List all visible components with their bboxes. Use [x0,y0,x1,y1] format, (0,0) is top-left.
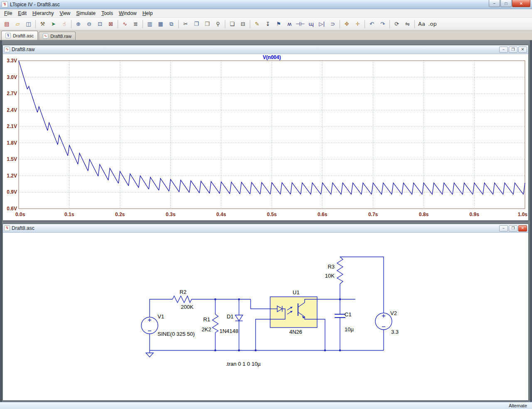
component-V2[interactable] [375,313,392,330]
menu-hierarchy[interactable]: Hierarchy [30,10,57,17]
raw-restore-button[interactable]: ❐ [509,47,517,53]
maximize-button[interactable]: □ [500,0,512,7]
zoom-undo-button[interactable]: ⊠ [106,19,116,29]
label-V2-value[interactable]: 3.3 [391,329,399,335]
rotate-button[interactable]: ⟳ [392,19,402,29]
label-R1-value[interactable]: 2K2 [202,326,211,333]
paste-button[interactable]: ❒ [202,19,212,29]
save-button[interactable]: ◫ [23,19,34,29]
cut-button[interactable]: ✂ [180,19,191,29]
menu-help[interactable]: Help [140,10,156,17]
zoom-full-extents-button[interactable]: ⊡ [95,19,105,29]
y-tick-label: 2.4V [7,107,17,113]
move-button[interactable]: ✥ [342,19,352,29]
component-button[interactable]: ⊃ [328,19,338,29]
close-button[interactable]: ✕ [512,0,530,7]
toolbar-separator [365,20,365,28]
label-R3-name[interactable]: R3 [328,264,335,270]
toolbar-separator [389,20,390,28]
x-tick-label: 0.2s [115,212,125,217]
label-C1-value[interactable]: 10µ [345,326,354,333]
label-U1-value[interactable]: 4N26 [289,329,302,335]
status-mode-text: Alternate [509,403,527,408]
component-R1[interactable] [212,314,218,333]
mirror-button[interactable]: ⇋ [402,19,413,29]
plot-settings-button[interactable]: ≣ [131,19,141,29]
label-R3-value[interactable]: 10K [325,273,335,279]
label-R1-name[interactable]: R1 [203,316,210,323]
copy-button[interactable]: ❐ [191,19,202,29]
drag-button[interactable]: ✛ [352,19,363,29]
menu-file[interactable]: File [1,10,15,17]
label-V1-value[interactable]: SINE(0 325 50) [158,331,195,337]
label-tran-directive[interactable]: .tran 0 1 0 10µ [226,361,261,367]
label-C1-name[interactable]: C1 [345,311,352,318]
raw-close-button[interactable]: ✕ [518,47,527,53]
component-R3[interactable] [337,257,343,284]
raw-minimize-button[interactable]: − [499,47,508,53]
redo-button[interactable]: ↷ [377,19,388,29]
diode-button[interactable]: ▷| [317,19,327,29]
autorange-y-axis-button[interactable]: ∿ [120,19,130,29]
asc-window-titlebar[interactable]: ↯ Draft8.asc − ❐ ✕ [3,224,528,233]
menu-tools[interactable]: Tools [99,10,116,17]
y-tick-label: 2.1V [7,123,17,129]
run-button[interactable]: ➤ [48,19,59,29]
net-label-button[interactable]: ⚑ [273,19,284,29]
undo-button[interactable]: ↶ [367,19,377,29]
component-R2[interactable] [172,296,192,303]
label-D1-value[interactable]: 1N4148 [219,328,239,334]
asc-restore-button[interactable]: ❐ [509,225,517,232]
control-panel-button[interactable]: ⚒ [37,19,48,29]
label-V2-name[interactable]: V2 [390,310,397,316]
waveform-plot[interactable]: 0.6V0.9V1.2V1.5V1.8V2.1V2.4V2.7V3.0V3.3V… [3,54,528,220]
menu-view[interactable]: View [57,10,73,17]
schematic-canvas[interactable]: V1 SINE(0 325 50) R2 200K R1 2K2 D1 1N41… [3,233,528,400]
find-button[interactable]: ⚲ [213,19,223,29]
tab-draft8-raw[interactable]: ∿ Draft8.raw [39,32,76,40]
component-V1[interactable] [141,317,158,334]
zoom-back-button[interactable]: ⊖ [84,19,94,29]
menu-edit[interactable]: Edit [15,10,30,17]
label-R2-name[interactable]: R2 [180,289,187,295]
new-schematic-button[interactable]: ▤ [2,19,12,29]
label-V1-name[interactable]: V1 [158,313,164,320]
asc-close-button[interactable]: ✕ [518,225,527,232]
ground-button[interactable]: ↧ [263,19,273,29]
label-R2-value[interactable]: 200K [181,304,194,310]
resistor-button[interactable]: ʍ [284,19,295,29]
toolbar-separator [414,20,415,28]
toolbar-separator [178,20,179,28]
wire-button[interactable]: ✎ [252,19,262,29]
toolbar-separator [250,20,250,28]
ground-symbol[interactable] [146,353,153,357]
raw-window-title: Draft8.raw [12,47,34,52]
tile-horizontally-button[interactable]: ▦ [155,19,166,29]
waveform-plot-pane[interactable]: 0.6V0.9V1.2V1.5V1.8V2.1V2.4V2.7V3.0V3.3V… [3,54,528,220]
schematic-pane[interactable]: V1 SINE(0 325 50) R2 200K R1 2K2 D1 1N41… [3,233,528,400]
component-D1[interactable] [235,315,243,321]
halt-button[interactable]: ☝ [59,19,69,29]
component-U1[interactable] [270,297,317,328]
label-U1-name[interactable]: U1 [293,289,300,296]
cascade-windows-button[interactable]: ⧉ [166,19,177,29]
open-button[interactable]: ▱ [12,19,23,29]
text-button[interactable]: Aa [416,19,427,29]
tile-vertically-button[interactable]: ▥ [145,19,155,29]
minimize-button[interactable]: − [489,0,500,7]
label-D1-name[interactable]: D1 [227,313,234,320]
zoom-area-button[interactable]: ⊕ [73,19,84,29]
inductor-button[interactable]: ɰ [306,19,316,29]
toolbar-separator [35,20,36,28]
raw-window-titlebar[interactable]: ∿ Draft8.raw − ❐ ✕ [3,45,528,54]
print-button[interactable]: ⊟ [238,19,248,29]
waveform-tab-icon: ∿ [43,33,48,39]
print-preview-button[interactable]: ❏ [227,19,237,29]
component-C1[interactable] [335,314,345,318]
menu-window[interactable]: Window [116,10,140,17]
tab-draft8-asc[interactable]: ↯ Draft8.asc [1,31,38,40]
capacitor-button[interactable]: ⊣⊢ [295,19,305,29]
menu-simulate[interactable]: Simulate [73,10,99,17]
asc-minimize-button[interactable]: − [499,225,508,232]
spice-directive-button[interactable]: .op [427,19,438,29]
